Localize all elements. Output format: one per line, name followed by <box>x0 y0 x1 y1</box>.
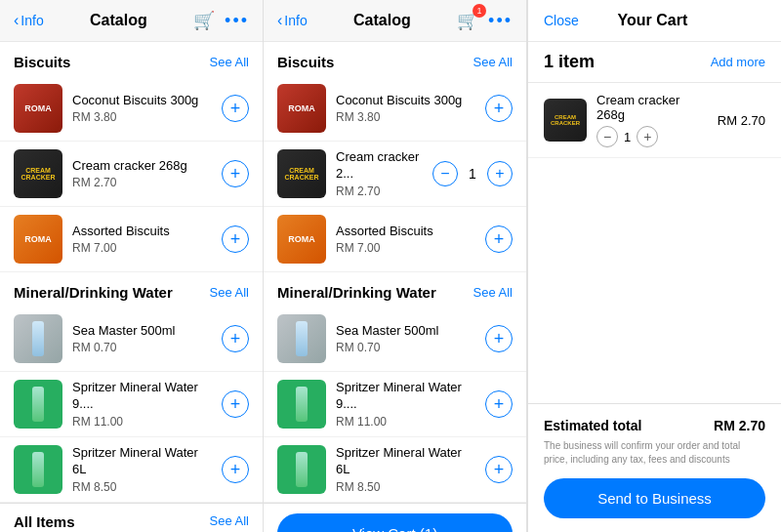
add-button[interactable]: + <box>485 325 513 352</box>
cart-item-price: RM 2.70 <box>718 113 765 128</box>
product-info: Assorted Biscuits RM 7.00 <box>72 224 212 256</box>
left-header: ‹ Info Catalog 🛒 ••• <box>0 0 263 42</box>
list-item: Spritzer Mineral Water 6L RM 8.50 + <box>264 437 526 503</box>
product-price: RM 11.00 <box>336 415 475 429</box>
product-info: Spritzer Mineral Water 6L RM 8.50 <box>336 445 475 494</box>
right-more-icon[interactable]: ••• <box>488 11 513 31</box>
qty-value: 1 <box>466 166 479 182</box>
list-item: CREAMCRACKER Cream cracker 268g RM 2.70 … <box>0 142 263 207</box>
add-button[interactable]: + <box>485 225 513 253</box>
list-item: Spritzer Mineral Water 9.... RM 11.00 + <box>0 372 263 437</box>
cart-item-count: 1 item <box>544 52 595 72</box>
product-price: RM 2.70 <box>336 184 423 198</box>
add-button[interactable]: + <box>485 390 513 418</box>
product-name: Spritzer Mineral Water 6L <box>336 445 475 478</box>
send-to-business-button[interactable]: Send to Business <box>544 478 765 518</box>
seamaster-thumb-r <box>277 314 326 363</box>
product-info: Spritzer Mineral Water 9.... RM 11.00 <box>336 380 475 429</box>
product-name: Cream cracker 268g <box>72 158 212 175</box>
product-price: RM 7.00 <box>72 241 212 255</box>
product-price: RM 0.70 <box>336 341 475 354</box>
left-back-nav[interactable]: ‹ Info <box>14 12 44 29</box>
quantity-control: − 1 + <box>432 161 513 186</box>
cart-panel: Close Your Cart 1 item Add more CREAMCRA… <box>527 0 781 532</box>
product-info: Coconut Biscuits 300g RM 3.80 <box>336 93 475 125</box>
view-cart-button[interactable]: View Cart (1) <box>277 513 513 532</box>
list-item: Sea Master 500ml RM 0.70 + <box>264 307 526 372</box>
cart-item: CREAMCRACKER Cream cracker 268g − 1 + RM… <box>528 83 781 158</box>
right-footer: View Cart (1) <box>264 503 526 532</box>
spritzer2-thumb <box>14 445 62 494</box>
product-name: Spritzer Mineral Water 9.... <box>336 380 475 413</box>
cart-footer: Estimated total RM 2.70 The business wil… <box>528 403 781 532</box>
product-info: Spritzer Mineral Water 9.... RM 11.00 <box>72 380 212 429</box>
left-biscuits-see-all[interactable]: See All <box>210 55 249 69</box>
product-price: RM 3.80 <box>336 110 475 124</box>
cart-item-thumb: CREAMCRACKER <box>544 99 587 142</box>
spritzer-thumb <box>14 380 62 429</box>
cart-badge[interactable]: 🛒 1 <box>457 10 478 31</box>
left-cart-icon[interactable]: 🛒 <box>193 10 215 31</box>
cart-header: Close Your Cart <box>528 0 781 42</box>
left-back-label[interactable]: Info <box>21 13 43 28</box>
assorted-thumb: ROMA <box>14 215 62 264</box>
cart-qty-value: 1 <box>624 130 631 144</box>
left-biscuits-header: Biscuits See All <box>0 42 263 76</box>
product-price: RM 3.80 <box>72 110 212 124</box>
decrease-qty-button[interactable]: − <box>432 161 458 186</box>
add-button[interactable]: + <box>222 225 249 253</box>
right-back-label[interactable]: Info <box>284 13 307 28</box>
increase-qty-button[interactable]: + <box>487 161 513 186</box>
chevron-left-icon: ‹ <box>14 12 19 29</box>
product-price: RM 8.50 <box>336 480 475 494</box>
cart-decrease-btn[interactable]: − <box>596 126 618 147</box>
product-name: Spritzer Mineral Water 6L <box>72 445 212 478</box>
product-info: Spritzer Mineral Water 6L RM 8.50 <box>72 445 212 494</box>
product-name: Coconut Biscuits 300g <box>72 93 212 109</box>
product-price: RM 11.00 <box>72 415 212 429</box>
product-name: Cream cracker 2... <box>336 149 423 183</box>
product-name: Coconut Biscuits 300g <box>336 93 475 109</box>
right-header: ‹ Info Catalog 🛒 1 ••• <box>264 0 526 42</box>
left-bottom-bar: All Items See All <box>0 503 263 532</box>
list-item: Spritzer Mineral Water 9.... RM 11.00 + <box>264 372 526 437</box>
left-water-see-all[interactable]: See All <box>210 285 249 300</box>
spritzer-thumb-r <box>277 380 326 429</box>
product-price: RM 2.70 <box>72 176 212 189</box>
right-biscuits-header: Biscuits See All <box>264 42 526 76</box>
add-button[interactable]: + <box>222 160 249 187</box>
product-info: Cream cracker 2... RM 2.70 <box>336 149 423 198</box>
right-header-icons: 🛒 1 ••• <box>457 10 513 31</box>
spritzer2-thumb-r <box>277 445 326 494</box>
add-button[interactable]: + <box>485 456 513 483</box>
cart-qty-control: − 1 + <box>596 126 708 147</box>
product-name: Sea Master 500ml <box>72 323 212 340</box>
cart-increase-btn[interactable]: + <box>637 126 658 147</box>
left-header-icons: 🛒 ••• <box>193 10 249 31</box>
add-button[interactable]: + <box>222 325 249 352</box>
right-water-title: Mineral/Drinking Water <box>277 284 436 301</box>
product-price: RM 7.00 <box>336 241 475 255</box>
cart-summary: 1 item Add more <box>528 42 781 83</box>
product-info: Cream cracker 268g RM 2.70 <box>72 158 212 190</box>
right-biscuits-see-all[interactable]: See All <box>473 55 513 69</box>
add-more-button[interactable]: Add more <box>711 55 765 69</box>
all-items-see-all[interactable]: See All <box>210 513 249 530</box>
list-item: Sea Master 500ml RM 0.70 + <box>0 307 263 372</box>
product-info: Sea Master 500ml RM 0.70 <box>336 323 475 355</box>
cream-thumb-r: CREAMCRACKER <box>277 149 326 198</box>
add-button[interactable]: + <box>222 95 249 122</box>
estimated-label: Estimated total <box>544 418 641 433</box>
right-back-nav[interactable]: ‹ Info <box>277 12 308 29</box>
close-button[interactable]: Close <box>544 13 579 28</box>
cart-item-name: Cream cracker 268g <box>596 93 708 122</box>
add-button[interactable]: + <box>485 95 513 122</box>
cart-item-details: Cream cracker 268g − 1 + <box>596 93 708 147</box>
product-info: Assorted Biscuits RM 7.00 <box>336 224 475 256</box>
add-button[interactable]: + <box>222 456 249 483</box>
add-button[interactable]: + <box>222 390 249 418</box>
right-water-see-all[interactable]: See All <box>473 285 513 300</box>
left-more-icon[interactable]: ••• <box>225 11 249 31</box>
cart-title: Your Cart <box>618 12 688 29</box>
estimated-note: The business will confirm your order and… <box>544 439 765 467</box>
